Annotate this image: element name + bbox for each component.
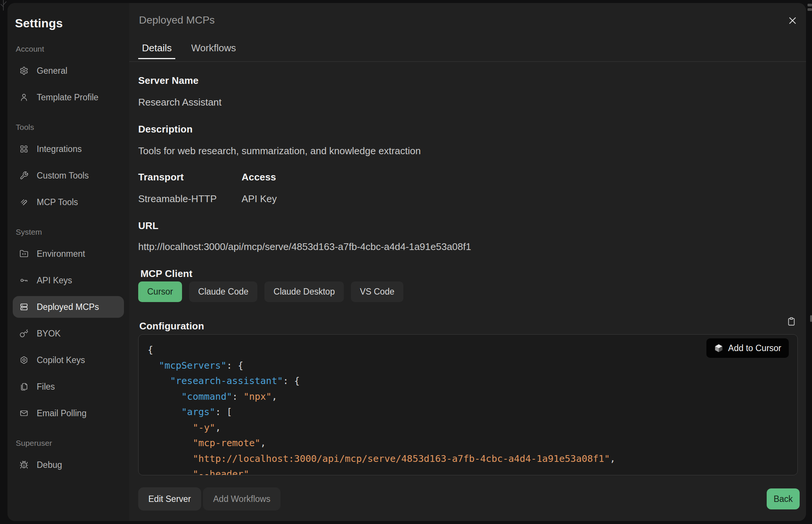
mcp-client-label: MCP Client — [140, 268, 193, 280]
sidebar-nav: AccountGeneralTemplate ProfileToolsInteg… — [13, 44, 124, 476]
page-scrollbar-thumb[interactable] — [810, 315, 812, 322]
screen: Settings AccountGeneralTemplate ProfileT… — [0, 0, 812, 524]
key-diagonal-icon — [19, 329, 28, 338]
sidebar-item-label: General — [37, 66, 67, 76]
mcp-client-options: CursorClaude CodeClaude DesktopVS Code — [138, 281, 403, 302]
wrench-icon — [19, 171, 28, 180]
description-label: Description — [138, 124, 193, 135]
sidebar-item-label: Files — [37, 382, 55, 392]
sidebar-item-label: Deployed MCPs — [37, 302, 99, 312]
back-button[interactable]: Back — [767, 488, 800, 509]
sidebar-item-template-profile[interactable]: Template Profile — [13, 86, 124, 108]
background-text-bar — [808, 8, 812, 11]
sidebar-item-files[interactable]: Files — [13, 376, 124, 397]
mcp-client-option-claude-desktop[interactable]: Claude Desktop — [264, 281, 344, 302]
sidebar-item-label: Template Profile — [37, 92, 99, 103]
mcp-icon — [19, 198, 28, 207]
description-value: Tools for web research, summarization, a… — [138, 145, 421, 157]
folder-code-icon — [19, 249, 28, 258]
tab-bar: Details Workflows — [138, 38, 240, 59]
tab-details[interactable]: Details — [138, 38, 175, 59]
add-to-cursor-label: Add to Cursor — [728, 343, 781, 353]
settings-dialog: Settings AccountGeneralTemplate ProfileT… — [7, 3, 806, 521]
edit-server-button[interactable]: Edit Server — [138, 487, 201, 511]
deployed-mcps-panel: Deployed MCPs Details Workflows Server N… — [129, 3, 806, 521]
gear-icon — [19, 66, 28, 75]
sidebar-section-header: Account — [16, 44, 124, 54]
mcp-client-option-cursor[interactable]: Cursor — [138, 281, 182, 302]
add-to-cursor-button[interactable]: Add to Cursor — [706, 338, 789, 358]
transport-label: Transport — [138, 171, 184, 183]
close-icon[interactable] — [787, 15, 798, 26]
sidebar-section-header: Tools — [16, 122, 124, 132]
sidebar-item-label: Integrations — [37, 144, 82, 154]
sidebar-section-header: Superuser — [16, 438, 124, 448]
files-icon — [19, 382, 28, 391]
page-title: Deployed MCPs — [139, 14, 215, 26]
configuration-code-block: { "mcpServers": { "research-assistant": … — [138, 334, 798, 475]
transport-value: Streamable-HTTP — [138, 193, 217, 205]
sidebar-item-email-polling[interactable]: Email Polling — [13, 402, 124, 424]
sidebar-item-api-keys[interactable]: API Keys — [13, 269, 124, 291]
sidebar-item-custom-tools[interactable]: Custom Tools — [13, 165, 124, 186]
copy-icon[interactable] — [787, 317, 796, 326]
server-name-value: Research Assistant — [138, 97, 222, 108]
cursor-cube-icon — [714, 343, 724, 353]
sidebar-item-label: Copilot Keys — [37, 355, 85, 365]
sidebar-item-integrations[interactable]: Integrations — [13, 138, 124, 160]
sidebar-item-general[interactable]: General — [13, 60, 124, 82]
tab-workflows[interactable]: Workflows — [187, 38, 239, 59]
key-icon — [19, 276, 28, 285]
configuration-code: { "mcpServers": { "research-assistant": … — [148, 342, 788, 475]
server-name-label: Server Name — [138, 75, 199, 86]
sidebar-item-label: Email Polling — [37, 408, 87, 418]
configuration-label: Configuration — [139, 320, 204, 332]
background-text-bar — [808, 4, 812, 6]
sidebar-item-mcp-tools[interactable]: MCP Tools — [13, 191, 124, 213]
mcp-client-option-vs-code[interactable]: VS Code — [351, 281, 403, 302]
sidebar-item-label: MCP Tools — [37, 197, 78, 207]
header-divider — [129, 61, 806, 62]
hexagon-badge-icon — [19, 356, 28, 365]
sidebar-item-label: BYOK — [37, 329, 61, 339]
sidebar-section-header: System — [16, 227, 124, 237]
access-value: API Key — [242, 193, 277, 205]
sidebar-item-label: Debug — [37, 460, 62, 470]
integrations-grid-icon — [19, 144, 28, 153]
url-value: http://localhost:3000/api/mcp/serve/4853… — [138, 241, 471, 253]
sidebar-item-environment[interactable]: Environment — [13, 243, 124, 265]
sidebar-item-deployed-mcps[interactable]: Deployed MCPs — [13, 296, 124, 318]
bug-icon — [19, 460, 28, 469]
settings-sidebar: Settings AccountGeneralTemplate ProfileT… — [7, 3, 129, 521]
access-label: Access — [242, 171, 276, 183]
add-workflows-button[interactable]: Add Workflows — [203, 487, 281, 511]
url-label: URL — [138, 220, 158, 232]
mcp-client-option-claude-code[interactable]: Claude Code — [189, 281, 257, 302]
sidebar-item-copilot-keys[interactable]: Copilot Keys — [13, 349, 124, 371]
sidebar-item-label: Environment — [37, 249, 85, 259]
sidebar-item-label: API Keys — [37, 275, 72, 286]
sidebar-item-label: Custom Tools — [37, 171, 89, 181]
sidebar-item-byok[interactable]: BYOK — [13, 323, 124, 344]
user-icon — [19, 93, 28, 102]
mail-icon — [19, 409, 28, 418]
sidebar-item-debug[interactable]: Debug — [13, 454, 124, 476]
server-stack-icon — [19, 302, 28, 311]
settings-title: Settings — [15, 16, 124, 31]
